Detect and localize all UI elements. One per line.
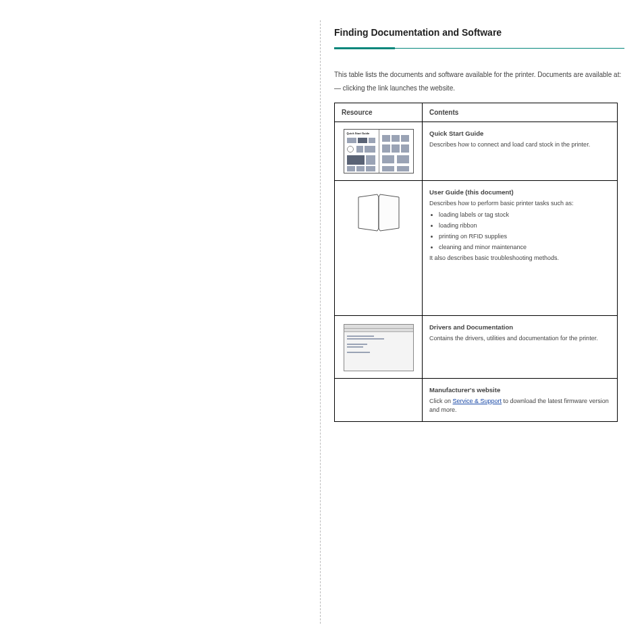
row-title: Quick Start Guide <box>429 129 610 138</box>
feature-list: loading labels or tag stock loading ribb… <box>429 211 610 252</box>
row-body: Contains the drivers, utilities and docu… <box>429 335 598 342</box>
heading-rule <box>334 47 624 50</box>
table-header-row: Resource Contents <box>335 103 618 122</box>
cell-contents: User Guide (this document) Describes how… <box>423 181 618 316</box>
row-body: Describes how to connect and load card s… <box>429 141 590 148</box>
list-item: cleaning and minor maintenance <box>439 243 610 252</box>
intro-note: — clicking the link launches the website… <box>334 84 624 93</box>
service-support-link[interactable]: Service & Support <box>453 398 502 404</box>
cell-contents: Quick Start Guide Describes how to conne… <box>423 122 618 181</box>
col-resource: Resource <box>335 103 423 122</box>
right-column: Finding Documentation and Software This … <box>334 27 624 422</box>
column-divider <box>320 20 321 624</box>
intro-text: This table lists the documents and softw… <box>334 70 624 80</box>
row-body-prefix: Click on <box>429 398 453 404</box>
table-row: User Guide (this document) Describes how… <box>335 181 618 316</box>
page-heading: Finding Documentation and Software <box>334 27 624 38</box>
list-item: loading ribbon <box>439 221 610 230</box>
row-body-outro: It also describes basic troubleshooting … <box>429 254 559 261</box>
row-body-intro: Describes how to perform basic printer t… <box>429 200 574 207</box>
table-row: Quick Start Guide <box>335 122 618 181</box>
quick-start-thumbnail: Quick Start Guide <box>344 129 414 173</box>
list-item: loading labels or tag stock <box>439 211 610 219</box>
table-row: Manufacturer's website Click on Service … <box>335 379 618 422</box>
row-title: Drivers and Documentation <box>429 323 610 332</box>
cell-contents: Manufacturer's website Click on Service … <box>423 379 618 422</box>
col-contents: Contents <box>423 103 618 122</box>
documentation-table: Resource Contents Quick Start Guide <box>334 103 618 422</box>
row-title: Manufacturer's website <box>429 385 610 395</box>
website-cell <box>335 379 423 422</box>
list-item: printing on RFID supplies <box>439 232 610 241</box>
table-row: Drivers and Documentation Contains the d… <box>335 316 618 379</box>
user-guide-thumbnail <box>352 192 406 234</box>
cell-contents: Drivers and Documentation Contains the d… <box>423 316 618 379</box>
row-title: User Guide (this document) <box>429 188 610 197</box>
software-window-thumbnail <box>344 324 414 371</box>
